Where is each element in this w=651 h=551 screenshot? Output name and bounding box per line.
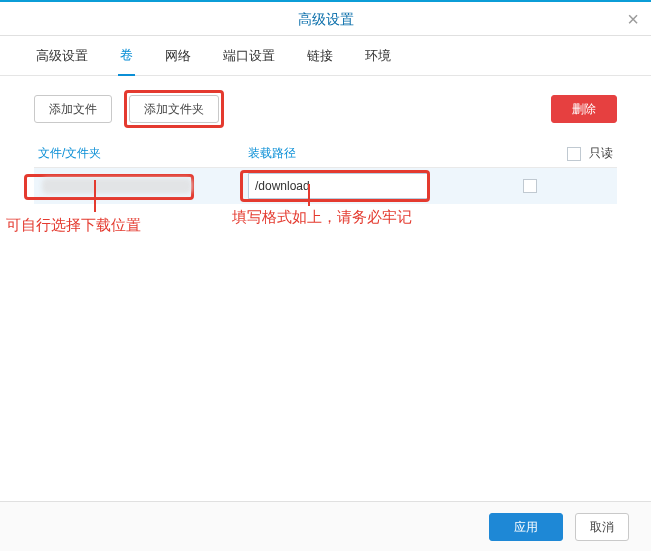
path-value-blurred — [42, 178, 192, 194]
add-folder-button[interactable]: 添加文件夹 — [129, 95, 219, 123]
table-row[interactable] — [34, 168, 617, 204]
annotation-line-right — [308, 184, 310, 206]
window-title: 高级设置 — [298, 11, 354, 27]
cell-path[interactable] — [34, 178, 244, 194]
titlebar: 高级设置 × — [0, 2, 651, 36]
toolbar: 添加文件 添加文件夹 删除 — [0, 76, 651, 140]
readonly-header-checkbox[interactable] — [567, 147, 581, 161]
cancel-button[interactable]: 取消 — [575, 513, 629, 541]
tab-network[interactable]: 网络 — [163, 47, 193, 65]
cell-mount — [244, 173, 464, 199]
table-header: 文件/文件夹 装载路径 只读 — [34, 140, 617, 168]
tab-volume[interactable]: 卷 — [118, 46, 135, 76]
col-header-path: 文件/文件夹 — [34, 145, 244, 162]
apply-button[interactable]: 应用 — [489, 513, 563, 541]
tab-advanced[interactable]: 高级设置 — [34, 47, 90, 65]
close-icon[interactable]: × — [627, 2, 639, 36]
cell-readonly — [464, 179, 617, 193]
annotation-box-add-folder: 添加文件夹 — [124, 90, 224, 128]
footer: 应用 取消 — [0, 501, 651, 551]
annotation-line-left — [94, 180, 96, 212]
tab-links[interactable]: 链接 — [305, 47, 335, 65]
readonly-row-checkbox[interactable] — [523, 179, 537, 193]
tab-bar: 高级设置 卷 网络 端口设置 链接 环境 — [0, 36, 651, 76]
modal-window: 高级设置 × 高级设置 卷 网络 端口设置 链接 环境 添加文件 添加文件夹 删… — [0, 0, 651, 551]
annotation-text-left: 可自行选择下载位置 — [6, 216, 141, 235]
annotation-text-right: 填写格式如上，请务必牢记 — [232, 208, 412, 227]
readonly-header-label: 只读 — [589, 145, 613, 162]
delete-button[interactable]: 删除 — [551, 95, 617, 123]
col-header-readonly: 只读 — [464, 145, 617, 162]
add-file-button[interactable]: 添加文件 — [34, 95, 112, 123]
tab-ports[interactable]: 端口设置 — [221, 47, 277, 65]
table-area: 文件/文件夹 装载路径 只读 — [0, 140, 651, 204]
tab-env[interactable]: 环境 — [363, 47, 393, 65]
col-header-mount: 装载路径 — [244, 145, 464, 162]
annotation-box-mount — [240, 170, 430, 202]
